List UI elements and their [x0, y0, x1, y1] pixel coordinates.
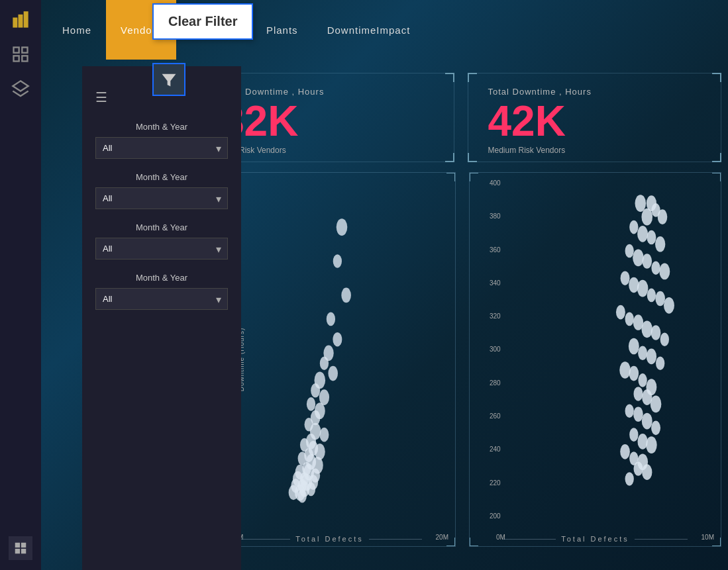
- chart-right-x-title: Total Defects: [470, 535, 721, 543]
- chart-left-x-title: Total Defects: [204, 535, 455, 543]
- filter-select-1[interactable]: All: [95, 137, 228, 159]
- svg-rect-5: [14, 56, 19, 61]
- svg-point-70: [655, 291, 665, 307]
- grid-icon[interactable]: [7, 41, 34, 68]
- svg-point-91: [642, 413, 652, 430]
- filter-label-1: Month & Year: [95, 122, 228, 132]
- svg-rect-2: [25, 12, 28, 26]
- svg-point-59: [647, 230, 656, 245]
- filter-panel: ☰ Month & Year All Month & Year All Mont…: [82, 66, 241, 570]
- svg-point-48: [307, 483, 315, 497]
- layers-icon[interactable]: [7, 75, 34, 102]
- svg-point-66: [621, 271, 630, 285]
- svg-point-75: [641, 320, 652, 338]
- svg-point-84: [638, 373, 647, 387]
- svg-rect-4: [22, 48, 27, 53]
- svg-point-14: [341, 288, 351, 303]
- svg-point-78: [629, 338, 639, 355]
- filter-group-3: Month & Year All: [95, 222, 228, 260]
- svg-rect-0: [14, 19, 17, 27]
- navbar: Home Vendors Materials Plants DowntimeIm…: [41, 0, 728, 60]
- svg-point-76: [651, 325, 661, 340]
- kpi-value-1: 82K: [221, 100, 434, 142]
- svg-point-52: [635, 195, 647, 212]
- svg-point-80: [647, 349, 656, 365]
- filter-label-2: Month & Year: [95, 172, 228, 182]
- svg-point-79: [638, 346, 647, 360]
- filter-label-3: Month & Year: [95, 222, 228, 232]
- svg-point-99: [634, 461, 643, 476]
- kpi-sub-2: Medium Risk Vendors: [488, 146, 702, 155]
- svg-point-86: [634, 387, 643, 401]
- bar-chart-icon[interactable]: [7, 7, 34, 33]
- svg-rect-3: [14, 48, 19, 53]
- svg-point-73: [625, 312, 634, 326]
- nav-downtime-impact[interactable]: DowntimeImpact: [313, 0, 425, 60]
- svg-rect-6: [22, 56, 27, 61]
- svg-point-71: [664, 297, 674, 314]
- svg-point-13: [333, 254, 342, 268]
- svg-rect-10: [15, 549, 20, 553]
- svg-point-61: [625, 244, 634, 258]
- svg-marker-7: [13, 81, 28, 91]
- filter-group-2: Month & Year All: [95, 172, 228, 209]
- svg-point-95: [646, 436, 657, 453]
- svg-point-83: [629, 366, 639, 381]
- scatter-left-svg: [232, 176, 452, 516]
- svg-point-88: [650, 396, 662, 413]
- filter-select-4[interactable]: All: [95, 288, 228, 310]
- svg-rect-8: [15, 543, 20, 547]
- svg-point-82: [619, 361, 631, 379]
- kpi-label-2: Total Downtime , Hours: [488, 87, 702, 97]
- svg-point-16: [333, 332, 342, 347]
- chart-right: 400 380 360 340 320 300 280 260 240 220 …: [469, 172, 721, 547]
- svg-point-81: [656, 356, 664, 370]
- nav-home[interactable]: Home: [48, 0, 106, 60]
- svg-point-50: [289, 485, 299, 500]
- svg-point-96: [620, 444, 630, 459]
- svg-point-90: [633, 406, 643, 422]
- svg-rect-9: [21, 543, 26, 547]
- kpi-card-2: Total Downtime , Hours 42K Medium Risk V…: [468, 73, 722, 162]
- svg-rect-11: [21, 549, 26, 553]
- svg-point-69: [647, 289, 656, 303]
- svg-point-12: [337, 218, 348, 236]
- filter-button[interactable]: [152, 63, 185, 96]
- svg-point-22: [319, 389, 329, 405]
- windows-button[interactable]: [0, 536, 41, 560]
- svg-point-65: [659, 263, 670, 280]
- svg-point-68: [637, 280, 649, 297]
- filter-select-2[interactable]: All: [95, 187, 228, 209]
- svg-point-19: [328, 366, 338, 381]
- svg-point-93: [629, 428, 638, 442]
- filter-select-3[interactable]: All: [95, 238, 228, 260]
- clear-filter-popup: Clear Filter: [152, 3, 253, 40]
- svg-point-58: [637, 226, 648, 242]
- svg-point-92: [651, 421, 660, 436]
- svg-point-55: [641, 209, 652, 226]
- filter-icon: [160, 70, 178, 89]
- svg-point-15: [327, 312, 335, 326]
- svg-point-57: [629, 220, 638, 234]
- svg-point-62: [633, 250, 644, 267]
- svg-rect-1: [19, 15, 23, 27]
- filter-label-4: Month & Year: [95, 273, 228, 283]
- svg-point-89: [625, 404, 634, 418]
- svg-point-23: [307, 397, 315, 411]
- main-area: Home Vendors Materials Plants DowntimeIm…: [41, 0, 728, 570]
- svg-point-56: [658, 209, 668, 224]
- svg-point-63: [642, 254, 652, 269]
- scatter-right-svg: [497, 176, 717, 516]
- chart-left: Downtime (Hours) 400 380 360 340 320 300…: [203, 172, 456, 547]
- svg-point-28: [319, 428, 329, 442]
- clear-filter-label: Clear Filter: [168, 14, 237, 28]
- filter-group-4: Month & Year All: [95, 273, 228, 310]
- svg-point-51: [298, 489, 307, 503]
- scatter-left: [232, 176, 452, 516]
- svg-point-100: [642, 464, 652, 480]
- filter-group-1: Month & Year All: [95, 122, 228, 159]
- svg-point-101: [625, 472, 634, 486]
- kpi-value-2: 42K: [488, 100, 702, 142]
- nav-plants[interactable]: Plants: [252, 0, 313, 60]
- svg-point-18: [320, 356, 329, 370]
